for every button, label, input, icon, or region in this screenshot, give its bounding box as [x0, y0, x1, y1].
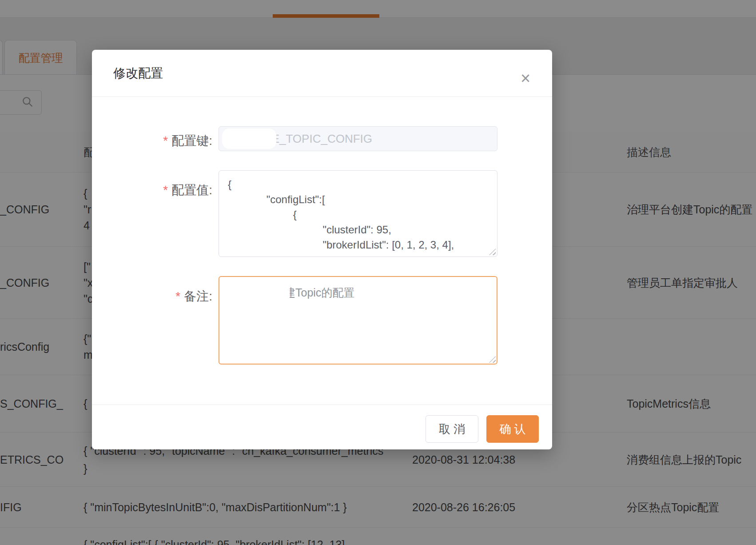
edit-config-dialog: 修改配置 × *配置键: *配置值: { "configList":[ { "c… — [92, 50, 552, 449]
required-asterisk: * — [175, 289, 180, 303]
dialog-title: 修改配置 — [113, 65, 163, 82]
config-value-label: *配置值: — [123, 182, 212, 199]
remark-label: *备注: — [123, 288, 212, 305]
config-key-field-wrap — [219, 126, 497, 151]
required-asterisk: * — [163, 183, 168, 197]
dialog-header: 修改配置 × — [92, 50, 552, 97]
required-asterisk: * — [163, 134, 168, 148]
dialog-footer: 取 消 确 认 — [92, 405, 552, 449]
config-key-label: *配置键: — [123, 132, 212, 149]
redaction-blob — [222, 128, 276, 149]
remark-field-wrap: 建Topic的配置 — [219, 276, 497, 365]
cancel-button[interactable]: 取 消 — [426, 415, 478, 443]
close-icon[interactable]: × — [517, 70, 534, 88]
config-value-textarea[interactable]: { "configList":[ { "clusterId": 95, "bro… — [219, 170, 497, 257]
config-value-field-wrap: { "configList":[ { "clusterId": 95, "bro… — [219, 170, 497, 257]
confirm-button[interactable]: 确 认 — [486, 415, 539, 443]
redaction-blob — [220, 277, 290, 306]
